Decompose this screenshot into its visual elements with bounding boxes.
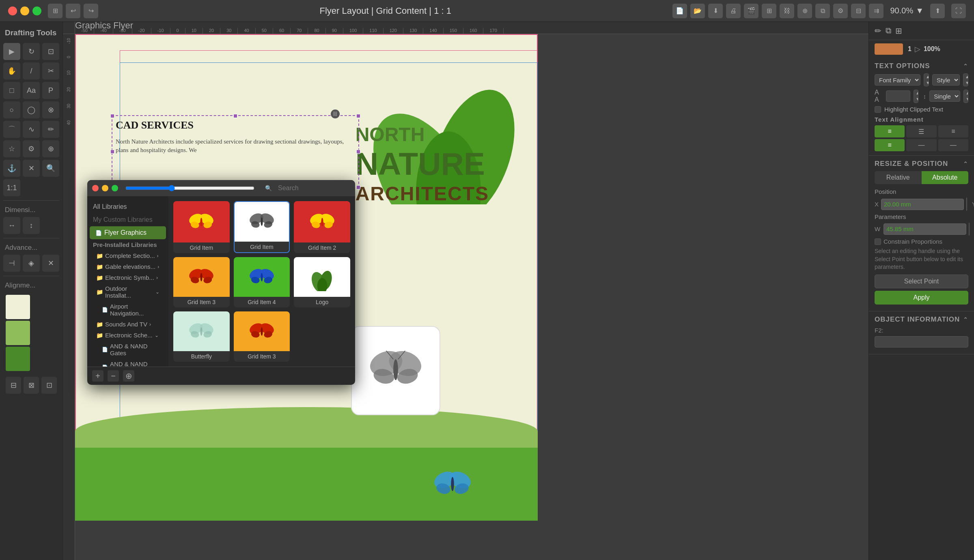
arc-tool[interactable]: ⌒ bbox=[3, 121, 20, 138]
print-icon[interactable]: 🖨 bbox=[726, 4, 741, 18]
snap-icon[interactable]: ⊕ bbox=[797, 4, 812, 18]
resize-position-chevron[interactable]: ⌃ bbox=[963, 161, 968, 167]
ls-down[interactable]: ▼ bbox=[964, 96, 968, 102]
sidebar-toggle-icon[interactable]: ⊞ bbox=[48, 4, 62, 18]
align-left-button[interactable]: ≡ bbox=[875, 125, 905, 137]
font-family-select[interactable]: Font Family bbox=[875, 74, 920, 86]
highlight-checkbox[interactable] bbox=[875, 106, 881, 113]
gable-elevations-item[interactable]: 📁 Gable elevations... › bbox=[87, 261, 168, 272]
library-zoom-slider[interactable] bbox=[125, 185, 254, 191]
hand-tool[interactable]: ✋ bbox=[3, 62, 20, 79]
my-custom-libraries-item[interactable]: My Custom Libraries bbox=[87, 213, 168, 226]
align-icon[interactable]: ⊟ bbox=[851, 4, 866, 18]
canvas-area[interactable]: -50 -40 -30 -20 -10 0 10 20 30 40 50 60 … bbox=[63, 22, 868, 560]
pen-tool[interactable]: / bbox=[23, 62, 40, 79]
align-force-left[interactable]: — bbox=[906, 139, 936, 151]
zoom-tool[interactable]: 🔍 bbox=[42, 160, 59, 177]
style-down[interactable]: ▼ bbox=[963, 80, 968, 86]
lib-close-button[interactable] bbox=[92, 185, 99, 191]
line-spacing-stepper[interactable]: ▲ ▼ bbox=[963, 90, 968, 103]
grid-item-2[interactable]: Grid Item bbox=[234, 201, 290, 253]
flow-icon[interactable]: ⇉ bbox=[869, 4, 883, 18]
font-size-stepper-2[interactable]: ▲ ▼ bbox=[914, 90, 918, 103]
resize-handle[interactable] bbox=[233, 114, 237, 118]
scissors-tool[interactable]: ✂ bbox=[42, 62, 59, 79]
text-options-chevron[interactable]: ⌃ bbox=[963, 63, 968, 69]
width-stepper[interactable]: ▲ ▼ bbox=[969, 223, 970, 236]
align-right-button[interactable]: ≡ bbox=[938, 125, 968, 137]
width-down[interactable]: ▼ bbox=[969, 229, 970, 235]
cross-tool[interactable]: ✕ bbox=[23, 160, 40, 177]
pos-x-stepper[interactable]: ▲ ▼ bbox=[966, 197, 967, 210]
maximize-button[interactable] bbox=[32, 6, 41, 15]
all-libraries-item[interactable]: All Libraries bbox=[87, 200, 168, 213]
apply-button[interactable]: Apply bbox=[875, 291, 968, 305]
close-button[interactable] bbox=[8, 6, 17, 15]
width-input[interactable] bbox=[883, 223, 966, 235]
text-tool[interactable]: Aa bbox=[23, 82, 40, 99]
outdoor-installat-item[interactable]: 📁 Outdoor Installat... ⌄ bbox=[87, 283, 168, 301]
airport-navigation-item[interactable]: 📄 Airport Navigation... bbox=[87, 301, 168, 319]
zoom-dropdown-icon[interactable]: ▼ bbox=[916, 6, 924, 15]
star-tool[interactable]: ☆ bbox=[3, 140, 20, 157]
line-spacing-select[interactable]: Single bbox=[929, 90, 960, 102]
object-info-field[interactable] bbox=[875, 336, 968, 348]
color-swatch-display[interactable] bbox=[875, 43, 903, 55]
speech-tool[interactable]: ◯ bbox=[23, 101, 40, 118]
grid-item-logo[interactable]: Logo bbox=[294, 257, 350, 307]
butterfly-card[interactable] bbox=[351, 326, 440, 415]
ratio-tool[interactable]: 1:1 bbox=[3, 179, 20, 196]
link-icon[interactable]: ⛓ bbox=[780, 4, 794, 18]
flyer-graphics-item[interactable]: 📄 Flyer Graphics bbox=[90, 226, 166, 239]
electronic-symb-item[interactable]: 📁 Electronic Symb... › bbox=[87, 272, 168, 283]
grid-icon[interactable]: ⊞ bbox=[762, 4, 776, 18]
lib-maximize-button[interactable] bbox=[112, 185, 118, 191]
dim-v-tool[interactable]: ↕ bbox=[23, 217, 40, 234]
style-up[interactable]: ▲ bbox=[963, 74, 968, 80]
link-handle-icon[interactable]: ⛓ bbox=[331, 109, 340, 118]
rotate-tool[interactable]: ↻ bbox=[23, 43, 40, 60]
select-point-button[interactable]: Select Point bbox=[875, 275, 968, 288]
adv2-tool[interactable]: ◈ bbox=[23, 255, 40, 272]
layer-icon[interactable]: ⧉ bbox=[815, 4, 830, 18]
relative-toggle-button[interactable]: Relative bbox=[875, 171, 922, 184]
grid-item-4[interactable]: Grid Item 3 bbox=[173, 257, 230, 307]
object-info-chevron[interactable]: ⌃ bbox=[963, 316, 968, 323]
and-nand-gates-item-1[interactable]: 📄 AND & NAND Gates bbox=[87, 341, 168, 358]
dim-h-tool[interactable]: ↔ bbox=[3, 217, 20, 234]
absolute-toggle-button[interactable]: Absolute bbox=[922, 171, 969, 184]
select-tool[interactable]: ▶ bbox=[3, 43, 20, 60]
and-nand-gates-item-2[interactable]: 📄 AND & NAND Gates bbox=[87, 358, 168, 367]
node-tool[interactable]: ⊕ bbox=[42, 140, 59, 157]
minimize-button[interactable] bbox=[20, 6, 29, 15]
font-size-down-2[interactable]: ▼ bbox=[914, 96, 918, 102]
lib-more-button[interactable]: ⊕ bbox=[123, 370, 134, 382]
grid-view-icon[interactable]: ⊞ bbox=[895, 26, 902, 36]
open-icon[interactable]: 📂 bbox=[690, 4, 705, 18]
rect-tool[interactable]: □ bbox=[3, 82, 20, 99]
gear-tool[interactable]: ⚙ bbox=[23, 140, 40, 157]
lib-add-button[interactable]: + bbox=[92, 370, 103, 382]
pen-icon[interactable]: ✏ bbox=[875, 26, 881, 36]
font-stepper[interactable]: ▲ ▼ bbox=[924, 73, 929, 86]
font-style-select[interactable]: Style bbox=[932, 74, 960, 86]
constrain-checkbox[interactable] bbox=[875, 238, 881, 245]
align-bottom-1[interactable]: ⊟ bbox=[6, 377, 21, 394]
pos-x-up[interactable]: ▲ bbox=[967, 198, 967, 204]
placeholder-tool[interactable]: P bbox=[42, 82, 59, 99]
undo-icon[interactable]: ↩ bbox=[66, 4, 80, 18]
sounds-and-tv-item[interactable]: 📁 Sounds And TV › bbox=[87, 319, 168, 330]
lasso-tool[interactable]: ⊗ bbox=[42, 101, 59, 118]
adv3-tool[interactable]: ✕ bbox=[42, 255, 59, 272]
new-doc-icon[interactable]: 📄 bbox=[672, 4, 687, 18]
style-stepper[interactable]: ▲ ▼ bbox=[963, 73, 968, 86]
circle-tool[interactable]: ○ bbox=[3, 101, 20, 118]
pos-x-down[interactable]: ▼ bbox=[967, 204, 967, 210]
layers-icon[interactable]: ⧉ bbox=[886, 26, 891, 36]
wave-tool[interactable]: ∿ bbox=[23, 121, 40, 138]
ls-up[interactable]: ▲ bbox=[964, 90, 968, 96]
anchor-tool[interactable]: ⚓ bbox=[3, 160, 20, 177]
crop-tool[interactable]: ⊡ bbox=[42, 43, 59, 60]
grid-item-7[interactable]: Grid Item 3 bbox=[234, 311, 290, 362]
grid-item-1[interactable]: Grid Item bbox=[173, 201, 230, 253]
